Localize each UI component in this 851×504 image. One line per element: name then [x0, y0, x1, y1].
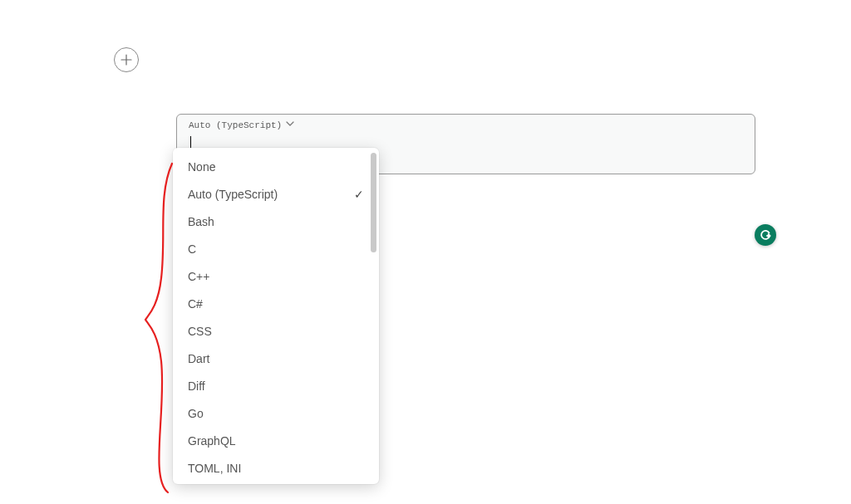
- dropdown-item-label: C: [188, 242, 196, 256]
- dropdown-item-label: C++: [188, 270, 209, 283]
- dropdown-item-label: Diff: [188, 379, 205, 393]
- add-block-button[interactable]: [114, 47, 139, 72]
- text-cursor: [190, 136, 191, 148]
- dropdown-item-toml-ini[interactable]: TOML, INI: [173, 454, 379, 482]
- dropdown-item-label: Auto (TypeScript): [188, 188, 278, 201]
- dropdown-item-csharp[interactable]: C#: [173, 290, 379, 317]
- dropdown-item-go[interactable]: Go: [173, 399, 379, 427]
- dropdown-item-bash[interactable]: Bash: [173, 208, 379, 235]
- dropdown-item-label: CSS: [188, 325, 212, 338]
- dropdown-item-label: Bash: [188, 215, 214, 228]
- check-icon: ✓: [352, 188, 364, 201]
- dropdown-item-graphql[interactable]: GraphQL: [173, 427, 379, 454]
- dropdown-item-diff[interactable]: Diff: [173, 372, 379, 399]
- dropdown-item-dart[interactable]: Dart: [173, 345, 379, 372]
- dropdown-item-label: C#: [188, 297, 203, 311]
- language-selector[interactable]: Auto (TypeScript): [177, 115, 303, 132]
- dropdown-item-auto-typescript[interactable]: Auto (TypeScript) ✓: [173, 180, 379, 208]
- dropdown-item-c[interactable]: C: [173, 235, 379, 262]
- dropdown-item-label: TOML, INI: [188, 462, 241, 475]
- dropdown-item-label: Dart: [188, 352, 209, 365]
- dropdown-item-label: Go: [188, 407, 204, 420]
- dropdown-item-label: None: [188, 160, 215, 174]
- language-dropdown-list: None Auto (TypeScript) ✓ Bash C C++ C# C…: [173, 148, 379, 484]
- scrollbar[interactable]: [371, 153, 376, 252]
- dropdown-item-label: GraphQL: [188, 434, 236, 448]
- plus-icon: [121, 54, 132, 66]
- chevron-down-icon: [286, 120, 294, 130]
- language-dropdown: None Auto (TypeScript) ✓ Bash C C++ C# C…: [173, 148, 379, 484]
- language-selector-label: Auto (TypeScript): [189, 120, 282, 130]
- dropdown-item-css[interactable]: CSS: [173, 317, 379, 345]
- dropdown-item-cpp[interactable]: C++: [173, 262, 379, 290]
- grammarly-icon: [758, 228, 773, 242]
- grammarly-badge[interactable]: [755, 224, 776, 246]
- annotation-brace: [143, 162, 176, 494]
- dropdown-item-none[interactable]: None: [173, 153, 379, 180]
